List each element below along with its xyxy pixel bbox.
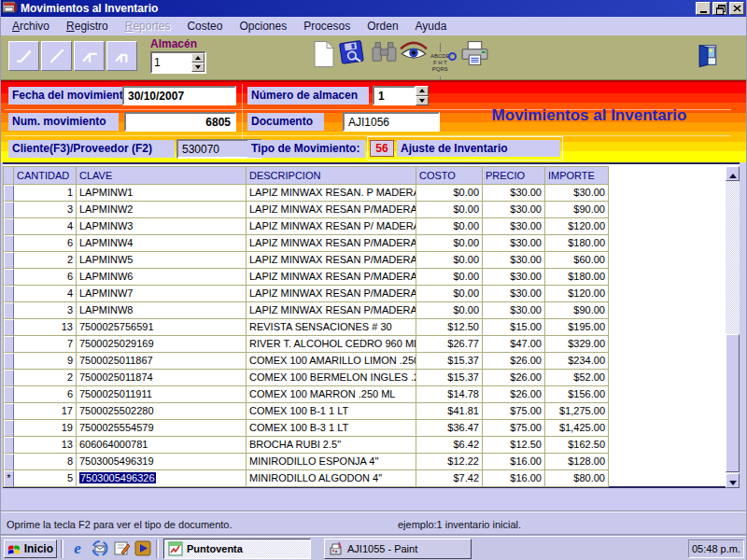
- row-selector-button[interactable]: [4, 319, 14, 336]
- menu-item-archivo[interactable]: Archivo: [5, 18, 57, 35]
- nav-previous-button[interactable]: [41, 41, 72, 71]
- cell-precio[interactable]: $30.00: [483, 302, 545, 319]
- header-descripcion[interactable]: DESCRIPCION: [247, 166, 416, 185]
- cell-descripcion[interactable]: LAPIZ MINWAX RESAN P/MADERA #4: [247, 235, 416, 252]
- cell-precio[interactable]: $75.00: [483, 403, 545, 420]
- almacen-spin-up-icon[interactable]: [191, 53, 204, 63]
- menu-item-registro[interactable]: Registro: [59, 18, 116, 35]
- cell-cantidad[interactable]: 6: [14, 386, 77, 403]
- header-cantidad[interactable]: CANTIDAD: [14, 166, 77, 185]
- header-costo[interactable]: COSTO: [416, 166, 483, 185]
- cell-descripcion[interactable]: COMEX 100 BERMELON INGLES .250: [247, 370, 416, 386]
- cell-clave[interactable]: LAPMINW2: [77, 202, 247, 218]
- cell-costo[interactable]: $0.00: [416, 185, 483, 202]
- restore-button[interactable]: [712, 2, 727, 15]
- cell-costo[interactable]: $26.77: [416, 336, 483, 353]
- new-document-button[interactable]: [313, 40, 335, 68]
- cell-cantidad[interactable]: 3: [14, 202, 77, 218]
- menu-item-opciones[interactable]: Opciones: [232, 18, 294, 35]
- cell-precio[interactable]: $75.00: [483, 420, 545, 437]
- cell-descripcion[interactable]: REVISTA SENSACIONES # 30: [247, 319, 416, 336]
- row-selector-button[interactable]: [4, 353, 14, 370]
- cell-clave[interactable]: 7503005496326: [77, 470, 247, 487]
- cell-importe[interactable]: $120.00: [545, 218, 609, 235]
- row-selector-button[interactable]: [4, 420, 14, 437]
- cell-clave[interactable]: 606064000781: [77, 437, 247, 454]
- row-selector-button[interactable]: *: [4, 470, 14, 487]
- cell-importe[interactable]: $30.00: [545, 185, 609, 202]
- cell-costo[interactable]: $0.00: [416, 235, 483, 252]
- task-button-paint[interactable]: AJI1055 - Paint: [324, 539, 472, 559]
- cell-precio[interactable]: $16.00: [483, 454, 545, 470]
- cell-precio[interactable]: $26.00: [483, 386, 545, 403]
- taskbar-clock[interactable]: 05:48 p.m.: [688, 539, 744, 558]
- cell-clave[interactable]: LAPMINW8: [77, 302, 247, 319]
- minimize-button[interactable]: [696, 2, 711, 15]
- cell-descripcion[interactable]: COMEX 100 MARRON .250 ML: [247, 386, 416, 403]
- tipo-movimiento-code[interactable]: 56: [370, 140, 394, 157]
- cell-importe[interactable]: $120.00: [545, 286, 609, 302]
- cell-cantidad[interactable]: 13: [14, 437, 77, 454]
- preview-button[interactable]: [399, 40, 429, 63]
- cell-costo[interactable]: $36.47: [416, 420, 483, 437]
- cell-precio[interactable]: $47.00: [483, 336, 545, 353]
- almacen-spin-down-icon[interactable]: [191, 63, 204, 72]
- almacen-input[interactable]: [152, 53, 191, 72]
- cell-precio[interactable]: $30.00: [483, 185, 545, 202]
- nav-next-button[interactable]: [74, 41, 105, 71]
- cell-importe[interactable]: $162.50: [545, 437, 609, 454]
- cell-importe[interactable]: $52.00: [545, 370, 609, 386]
- row-selector-button[interactable]: [4, 370, 14, 386]
- internet-explorer-quicklaunch-button[interactable]: e: [68, 540, 87, 557]
- cell-clave[interactable]: 7500025029169: [77, 336, 247, 353]
- cell-importe[interactable]: $234.00: [545, 353, 609, 370]
- cell-importe[interactable]: $1,425.00: [545, 420, 609, 437]
- task-button-puntoventa[interactable]: Puntoventa: [163, 539, 311, 559]
- row-selector-button[interactable]: [4, 336, 14, 353]
- cell-costo[interactable]: $0.00: [416, 252, 483, 269]
- cell-costo[interactable]: $15.37: [416, 353, 483, 370]
- cell-cantidad[interactable]: 3: [14, 302, 77, 319]
- start-button[interactable]: Inicio: [4, 539, 57, 558]
- cell-descripcion[interactable]: LAPIZ MINWAX RESAN P/MADERA #6: [247, 269, 416, 286]
- cell-importe[interactable]: $90.00: [545, 302, 609, 319]
- cell-precio[interactable]: $30.00: [483, 286, 545, 302]
- cell-cantidad[interactable]: 2: [14, 370, 77, 386]
- cell-clave[interactable]: 7500025756591: [77, 319, 247, 336]
- cell-costo[interactable]: $6.42: [416, 437, 483, 454]
- cell-cantidad[interactable]: 7: [14, 336, 77, 353]
- selected-cell-value[interactable]: 7503005496326: [79, 472, 156, 483]
- vertical-scrollbar[interactable]: [726, 166, 740, 488]
- cell-clave[interactable]: 7500025011874: [77, 370, 247, 386]
- cell-cantidad[interactable]: 13: [14, 319, 77, 336]
- cell-descripcion[interactable]: COMEX 100 AMARILLO LIMON .250: [247, 353, 416, 370]
- exit-button[interactable]: [697, 43, 719, 67]
- cell-descripcion[interactable]: LAPIZ MINWAX RESAN P/MADERA #7: [247, 286, 416, 302]
- outlook-express-quicklaunch-button[interactable]: [91, 540, 109, 557]
- cell-importe[interactable]: $128.00: [545, 454, 609, 470]
- cell-cantidad[interactable]: 4: [14, 286, 77, 302]
- cell-importe[interactable]: $156.00: [545, 386, 609, 403]
- row-selector-button[interactable]: [4, 202, 14, 218]
- close-button[interactable]: [729, 2, 744, 15]
- cell-costo[interactable]: $41.81: [416, 403, 483, 420]
- cell-precio[interactable]: $26.00: [483, 370, 545, 386]
- media-player-quicklaunch-button[interactable]: [134, 540, 152, 557]
- cell-descripcion[interactable]: COMEX 100 B-1 1 LT: [247, 403, 416, 420]
- cell-descripcion[interactable]: MINIRODILLO ESPONJA 4": [247, 454, 416, 470]
- numero-almacen-input[interactable]: [373, 86, 416, 105]
- find-button[interactable]: [371, 40, 398, 64]
- cell-descripcion[interactable]: MINIRODILLO ALGODON 4": [247, 470, 416, 487]
- cell-precio[interactable]: $16.00: [483, 470, 545, 487]
- cell-descripcion[interactable]: LAPIZ MINWAX RESAN. P MADERA #: [247, 185, 416, 202]
- cell-cantidad[interactable]: 17: [14, 403, 77, 420]
- nav-last-button[interactable]: [106, 41, 137, 71]
- cell-precio[interactable]: $30.00: [483, 269, 545, 286]
- cell-importe[interactable]: $90.00: [545, 202, 609, 218]
- cell-cantidad[interactable]: 9: [14, 353, 77, 370]
- menu-item-procesos[interactable]: Procesos: [296, 18, 358, 35]
- cell-precio[interactable]: $26.00: [483, 353, 545, 370]
- cell-costo[interactable]: $0.00: [416, 269, 483, 286]
- cell-costo[interactable]: $12.50: [416, 319, 483, 336]
- cell-costo[interactable]: $15.37: [416, 370, 483, 386]
